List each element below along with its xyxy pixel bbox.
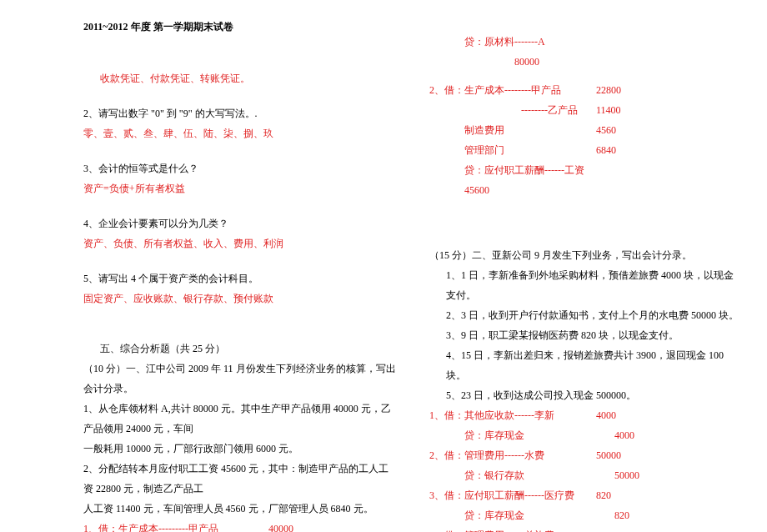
account-name: 生产成本---------甲产品 <box>118 519 268 532</box>
account-amount: 11400 <box>596 100 696 120</box>
document-page: 2011~2012 年度 第一学期期末试卷 收款凭证、付款凭证、转账凭证。 2、… <box>0 0 767 532</box>
account-name: 其他应收款------李新 <box>464 405 596 425</box>
account-amount: 22800 <box>596 80 696 100</box>
right-column: 贷：原材料-------A80000 2、借：生产成本--------甲产品22… <box>429 17 742 532</box>
account-amount: 4560 <box>596 120 696 140</box>
account-amount: 45600 <box>464 180 564 200</box>
account-amount: 50000 <box>596 445 696 465</box>
problem-text: 2、分配结转本月应付职工工资 45600 元，其中：制造甲产品的工人工资 228… <box>83 459 396 499</box>
problem-text: 一般耗用 10000 元，厂部行政部门领用 6000 元。 <box>83 439 396 459</box>
entry-line: 3、借：应付职工薪酬------医疗费820 <box>429 485 742 505</box>
problem-text: （15 分）二、亚新公司 9 月发生下列业务，写出会计分录。 <box>429 245 742 265</box>
account-name: 贷：库存现金 <box>464 425 614 445</box>
entry-line: 贷：库存现金4000 <box>429 425 742 445</box>
entry-line: 2、借：生产成本--------甲产品22800 <box>429 80 742 100</box>
question-text: 2、请写出数字 "0" 到 "9" 的大写写法。. <box>83 103 396 123</box>
entry-prefix: 1、借： <box>83 523 118 532</box>
entry-line: 2、借：管理费用------水费50000 <box>429 445 742 465</box>
account-name: 贷：库存现金 <box>464 505 614 525</box>
account-name: 贷：应付职工薪酬------工资 <box>464 160 679 180</box>
answer-text: 固定资产、应收账款、银行存款、预付账款 <box>83 289 396 309</box>
entry-prefix: 2、借： <box>429 449 464 461</box>
problem-text: 1、1 日，李新准备到外地采购材料，预借差旅费 4000 块，以现金支付。 <box>429 265 742 305</box>
page-header: 2011~2012 年度 第一学期期末试卷 <box>83 17 396 37</box>
account-amount: 6840 <box>596 140 696 160</box>
account-name: 贷：银行存款 <box>464 465 614 485</box>
left-column: 2011~2012 年度 第一学期期末试卷 收款凭证、付款凭证、转账凭证。 2、… <box>83 17 396 532</box>
question-text: 4、企业会计要素可以分为几类？ <box>83 213 396 233</box>
entry-prefix: 3、借： <box>429 489 464 501</box>
account-amount: 4000 <box>596 405 696 425</box>
entry-line: 管理部门6840 <box>429 140 742 160</box>
entry-line: 贷：原材料-------A80000 <box>429 32 742 72</box>
account-name: 管理部门 <box>464 140 596 160</box>
account-name: 贷：原材料-------A <box>464 32 631 52</box>
answer-text: 资产、负债、所有者权益、收入、费用、利润 <box>83 233 396 253</box>
account-amount: 820 <box>596 485 696 505</box>
problem-text: 人工资 11400 元，车间管理人员 4560 元，厂部管理人员 6840 元。 <box>83 499 396 519</box>
account-name: 应付职工薪酬------医疗费 <box>464 485 596 505</box>
entry-line: --------乙产品11400 <box>429 100 742 120</box>
account-amount: 3900 <box>596 525 696 532</box>
account-name: 制造费用 <box>464 120 596 140</box>
answer-text: 收款凭证、付款凭证、转账凭证。 <box>83 68 396 88</box>
entry-prefix: 2、借： <box>429 84 464 96</box>
account-amount: 80000 <box>464 52 614 72</box>
problem-text: （10 分）一、江中公司 2009 年 11 月份发生下列经济业务的核算，写出会… <box>83 359 396 399</box>
entry-line: 贷：应付职工薪酬------工资45600 <box>429 160 742 200</box>
account-amount: 820 <box>614 505 714 525</box>
account-amount: 50000 <box>614 465 714 485</box>
entry-line: 1、借：生产成本---------甲产品40000 <box>83 519 396 532</box>
question-text: 5、请写出 4 个属于资产类的会计科目。 <box>83 269 396 289</box>
account-name: 管理费用------水费 <box>464 445 596 465</box>
entry-prefix: 1、借： <box>429 409 464 421</box>
problem-text: 5、23 日，收到达成公司投入现金 500000。 <box>429 385 742 405</box>
account-amount: 4000 <box>614 425 714 445</box>
problem-text: 1、从仓库领材料 A,共计 80000 元。其中生产甲产品领用 40000 元，… <box>83 399 396 439</box>
problem-text: 3、9 日，职工梁某报销医药费 820 块，以现金支付。 <box>429 325 742 345</box>
entry-line: 4、借：管理费用------差旅费3900 <box>429 525 742 532</box>
entry-line: 制造费用4560 <box>429 120 742 140</box>
entry-line: 1、借：其他应收款------李新4000 <box>429 405 742 425</box>
account-name: --------乙产品 <box>521 100 596 120</box>
answer-text: 零、壹、贰、叁、肆、伍、陆、柒、捌、玖 <box>83 123 396 143</box>
answer-text: 资产=负债+所有者权益 <box>83 178 396 198</box>
problem-text: 2、3 日，收到开户行付款通知书，支付上个月的水电费 50000 块。 <box>429 305 742 325</box>
account-amount: 40000 <box>268 519 335 532</box>
entry-line: 贷：库存现金820 <box>429 505 742 525</box>
question-text: 3、会计的恒等式是什么？ <box>83 158 396 178</box>
section-title: 五、综合分析题（共 25 分） <box>83 339 396 359</box>
entry-line: 贷：银行存款50000 <box>429 465 742 485</box>
account-name: 生产成本--------甲产品 <box>464 80 596 100</box>
problem-text: 4、15 日，李新出差归来，报销差旅费共计 3900，退回现金 100 块。 <box>429 345 742 385</box>
account-name: 管理费用------差旅费 <box>464 525 596 532</box>
